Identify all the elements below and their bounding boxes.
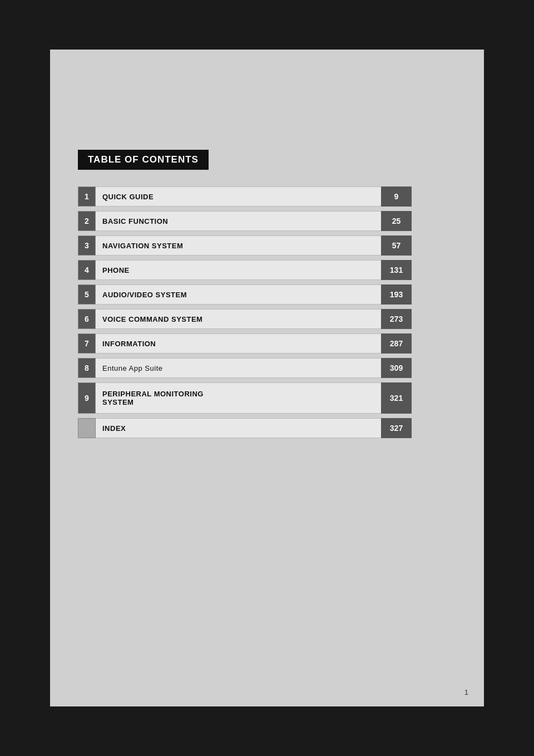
toc-item-number: 2 [78,211,96,231]
toc-item-label: BASIC FUNCTION [96,211,381,231]
toc-item-number: 1 [78,186,96,207]
toc-item-page: 321 [381,382,412,414]
toc-item-page: 193 [381,284,412,305]
toc-item-page: 25 [381,211,412,231]
toc-row[interactable]: 7INFORMATION287 [78,333,412,354]
toc-item-label: NAVIGATION SYSTEM [96,235,381,256]
toc-item-label: INFORMATION [96,333,381,354]
toc-row[interactable]: 5AUDIO/VIDEO SYSTEM193 [78,284,412,305]
toc-row[interactable]: 4PHONE131 [78,260,412,280]
toc-item-label: AUDIO/VIDEO SYSTEM [96,284,381,305]
toc-item-number: 3 [78,235,96,256]
toc-item-number [78,418,96,438]
toc-item-label: VOICE COMMAND SYSTEM [96,309,381,329]
toc-row[interactable]: 8Entune App Suite309 [78,358,412,378]
toc-item-number: 6 [78,309,96,329]
toc-item-label: INDEX [96,418,381,438]
toc-item-label: PHONE [96,260,381,280]
toc-row[interactable]: 2BASIC FUNCTION25 [78,211,412,231]
toc-item-number: 9 [78,382,96,414]
toc-item-label: PERIPHERAL MONITORINGSYSTEM [96,382,381,414]
toc-item-number: 7 [78,333,96,354]
toc-row[interactable]: 6VOICE COMMAND SYSTEM273 [78,309,412,329]
toc-item-label: QUICK GUIDE [96,186,381,207]
toc-item-page: 57 [381,235,412,256]
toc-list: 1QUICK GUIDE92BASIC FUNCTION253NAVIGATIO… [78,186,412,438]
toc-item-page: 309 [381,358,412,378]
toc-item-page: 9 [381,186,412,207]
toc-item-page: 273 [381,309,412,329]
toc-item-page: 131 [381,260,412,280]
toc-item-number: 4 [78,260,96,280]
toc-title: TABLE OF CONTENTS [78,150,209,170]
toc-row[interactable]: INDEX327 [78,418,412,438]
toc-item-page: 287 [381,333,412,354]
toc-row[interactable]: 1QUICK GUIDE9 [78,186,412,207]
toc-item-page: 327 [381,418,412,438]
toc-row[interactable]: 9PERIPHERAL MONITORINGSYSTEM321 [78,382,412,414]
page: TABLE OF CONTENTS 1QUICK GUIDE92BASIC FU… [50,50,484,706]
toc-row[interactable]: 3NAVIGATION SYSTEM57 [78,235,412,256]
toc-item-number: 5 [78,284,96,305]
page-number: 1 [464,688,468,696]
toc-item-number: 8 [78,358,96,378]
toc-item-label: Entune App Suite [96,358,381,378]
